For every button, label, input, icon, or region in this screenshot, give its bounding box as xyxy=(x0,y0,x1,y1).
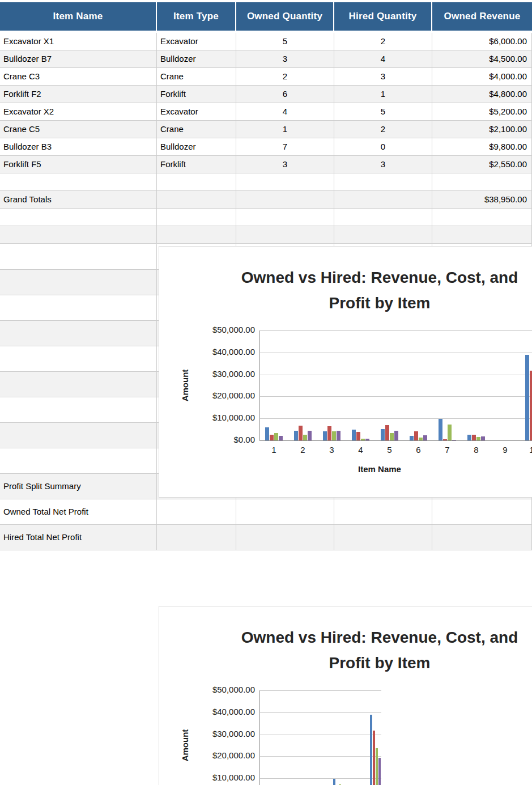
sheet-cell[interactable]: 5 xyxy=(334,103,432,121)
sheet-cell[interactable] xyxy=(236,191,334,209)
sheet-cell[interactable] xyxy=(157,226,236,244)
bar-series-blue xyxy=(467,435,471,440)
sheet-cell[interactable]: Excavator xyxy=(157,33,236,50)
sheet-cell[interactable]: Crane C3 xyxy=(0,68,157,86)
sheet-cell[interactable]: 2 xyxy=(334,33,432,50)
y-axis-title: Amount xyxy=(180,370,190,402)
sheet-cell[interactable] xyxy=(157,191,236,209)
sheet-cell[interactable] xyxy=(0,173,157,191)
column-header-owned-revenue[interactable]: Owned Revenue xyxy=(432,2,532,31)
chart-title-line: Profit by Item xyxy=(159,650,532,676)
sheet-cell[interactable]: $6,000.00 xyxy=(432,33,532,50)
column-header-hired-quantity[interactable]: Hired Quantity xyxy=(334,2,432,31)
sheet-cell[interactable]: Crane xyxy=(157,121,236,138)
bar-group-item-3 xyxy=(317,330,346,440)
sheet-cell[interactable]: Forklift xyxy=(157,156,236,173)
sheet-cell[interactable] xyxy=(0,448,157,474)
sheet-cell[interactable]: Excavator X1 xyxy=(0,33,157,50)
sheet-cell[interactable]: $9,800.00 xyxy=(432,138,532,156)
sheet-cell[interactable]: Forklift F5 xyxy=(0,156,157,173)
sheet-cell[interactable]: 2 xyxy=(236,68,334,86)
sheet-cell[interactable] xyxy=(334,191,432,209)
sheet-cell[interactable] xyxy=(0,372,157,397)
sheet-cell[interactable] xyxy=(157,173,236,191)
sheet-cell[interactable]: Forklift xyxy=(157,86,236,103)
sheet-cell[interactable]: 4 xyxy=(236,103,334,121)
sheet-cell[interactable] xyxy=(0,423,157,448)
sheet-cell[interactable] xyxy=(432,525,532,550)
chart-owned-vs-hired-1[interactable]: Owned vs Hired: Revenue, Cost, andProfit… xyxy=(159,246,532,498)
sheet-cell[interactable] xyxy=(0,321,157,346)
sheet-cell[interactable]: Crane xyxy=(157,68,236,86)
sheet-cell[interactable]: Bulldozer B3 xyxy=(0,138,157,156)
sheet-cell[interactable] xyxy=(0,226,157,244)
sheet-cell[interactable]: $4,800.00 xyxy=(432,86,532,103)
bar-group-item-4 xyxy=(296,690,309,785)
bar-group-item-9 xyxy=(491,330,520,440)
sheet-cell[interactable]: Forklift F2 xyxy=(0,86,157,103)
sheet-cell[interactable] xyxy=(432,173,532,191)
chart-owned-vs-hired-2[interactable]: Owned vs Hired: Revenue, Cost, andProfit… xyxy=(159,606,532,785)
sheet-cell[interactable] xyxy=(157,499,236,525)
sheet-cell[interactable] xyxy=(0,270,157,295)
sheet-cell[interactable]: 5 xyxy=(236,33,334,50)
sheet-cell[interactable] xyxy=(432,499,532,525)
bar-series-green xyxy=(448,425,452,440)
sheet-cell[interactable] xyxy=(157,525,236,550)
summary-label-hired-total-net-profit[interactable]: Hired Total Net Profit xyxy=(0,525,157,550)
sheet-cell[interactable] xyxy=(236,209,334,226)
sheet-cell[interactable] xyxy=(432,226,532,244)
sheet-cell[interactable] xyxy=(0,397,157,423)
sheet-cell[interactable]: $4,500.00 xyxy=(432,50,532,68)
sheet-cell[interactable] xyxy=(236,173,334,191)
sheet-cell[interactable]: 6 xyxy=(236,86,334,103)
summary-label-profit-split-summary[interactable]: Profit Split Summary xyxy=(0,474,157,499)
sheet-cell[interactable]: 3 xyxy=(334,68,432,86)
x-axis-tick-label: 1 xyxy=(259,445,288,455)
bar-series-blue xyxy=(410,436,414,440)
sheet-cell[interactable]: Crane C5 xyxy=(0,121,157,138)
sheet-cell[interactable]: 7 xyxy=(236,138,334,156)
bar-group-item-8 xyxy=(345,690,357,785)
sheet-cell[interactable]: $38,950.00 xyxy=(432,191,532,209)
sheet-cell[interactable] xyxy=(0,295,157,321)
sheet-cell[interactable]: Excavator X2 xyxy=(0,103,157,121)
sheet-cell[interactable] xyxy=(236,499,334,525)
sheet-cell[interactable]: Excavator xyxy=(157,103,236,121)
sheet-cell[interactable]: $5,200.00 xyxy=(432,103,532,121)
column-header-item-type[interactable]: Item Type xyxy=(157,2,236,31)
sheet-cell[interactable] xyxy=(236,525,334,550)
sheet-cell[interactable] xyxy=(334,525,432,550)
sheet-cell[interactable] xyxy=(0,244,157,270)
x-axis-tick-label: 9 xyxy=(491,445,520,455)
column-header-item-name[interactable]: Item Name xyxy=(0,2,157,31)
sheet-cell[interactable]: 3 xyxy=(236,156,334,173)
sheet-cell[interactable]: 3 xyxy=(334,156,432,173)
sheet-cell[interactable]: 0 xyxy=(334,138,432,156)
summary-label-owned-total-net-profit[interactable]: Owned Total Net Profit xyxy=(0,499,157,525)
column-header-owned-quantity[interactable]: Owned Quantity xyxy=(236,2,334,31)
sheet-cell[interactable] xyxy=(334,226,432,244)
sheet-cell[interactable] xyxy=(334,209,432,226)
sheet-cell[interactable]: Bulldozer xyxy=(157,138,236,156)
sheet-cell[interactable]: $4,000.00 xyxy=(432,68,532,86)
sheet-cell[interactable]: $2,550.00 xyxy=(432,156,532,173)
sheet-cell[interactable] xyxy=(0,346,157,372)
sheet-cell[interactable]: 1 xyxy=(334,86,432,103)
sheet-cell[interactable]: 3 xyxy=(236,50,334,68)
bar-series-blue xyxy=(525,355,529,440)
sheet-cell[interactable]: Bulldozer xyxy=(157,50,236,68)
sheet-cell[interactable]: 4 xyxy=(334,50,432,68)
grand-totals-cell[interactable]: Grand Totals xyxy=(0,191,157,209)
sheet-cell[interactable] xyxy=(334,499,432,525)
bar-group-item-7 xyxy=(333,690,345,785)
sheet-cell[interactable]: 1 xyxy=(236,121,334,138)
sheet-cell[interactable] xyxy=(432,209,532,226)
sheet-cell[interactable]: 2 xyxy=(334,121,432,138)
sheet-cell[interactable]: $2,100.00 xyxy=(432,121,532,138)
sheet-cell[interactable] xyxy=(157,209,236,226)
sheet-cell[interactable] xyxy=(236,226,334,244)
sheet-cell[interactable]: Bulldozer B7 xyxy=(0,50,157,68)
sheet-cell[interactable] xyxy=(334,173,432,191)
sheet-cell[interactable] xyxy=(0,209,157,226)
